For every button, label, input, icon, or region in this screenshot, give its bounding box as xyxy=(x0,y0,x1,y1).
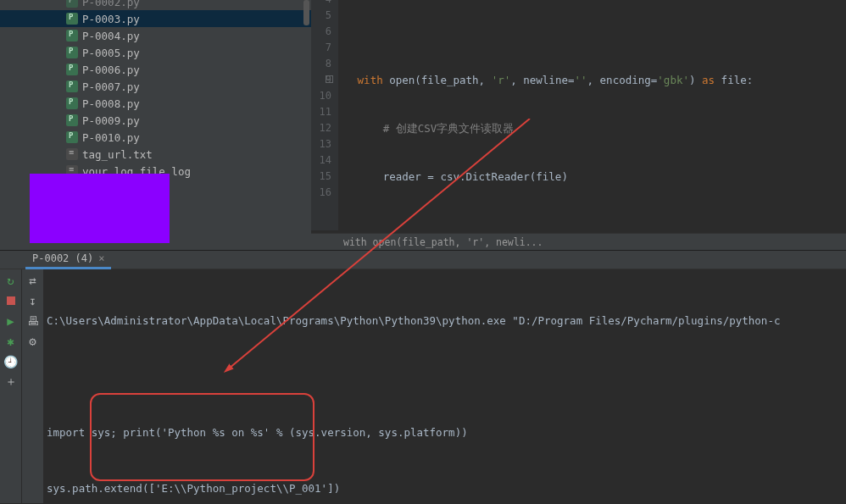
file-label: P-0002.py xyxy=(82,0,140,8)
py-file-icon xyxy=(66,64,78,75)
file-label: P-0003.py xyxy=(82,13,140,25)
line-number: 14 xyxy=(311,152,331,169)
py-file-icon xyxy=(66,0,78,8)
py-file-icon xyxy=(66,30,78,42)
file-item[interactable]: P-0008.py xyxy=(0,95,311,112)
settings-icon[interactable]: ⚙ xyxy=(25,334,41,349)
console-extend: sys.path.extend(['E:\\Python_project\\P_… xyxy=(47,479,843,498)
line-number: 5 xyxy=(311,8,331,24)
breadcrumb[interactable]: with open(file_path, 'r', newli... xyxy=(311,233,846,250)
file-label: P-0009.py xyxy=(82,114,140,127)
txt-file-icon xyxy=(66,148,78,160)
line-number: 16 xyxy=(311,185,331,201)
fold-icon[interactable]: − xyxy=(326,75,333,83)
console-tabs: P-0002 (4) × xyxy=(0,251,846,269)
console-output[interactable]: C:\Users\Administrator\AppData\Local\Pro… xyxy=(43,269,846,503)
stop-icon[interactable] xyxy=(3,293,19,308)
code-area[interactable]: − with open(file_path, 'r', newline='', … xyxy=(338,0,846,250)
add-icon[interactable]: ＋ xyxy=(3,374,19,390)
run-toolbar: ↻ ▶ ✱ 🕘 ＋ xyxy=(0,269,21,503)
file-label: P-0004.py xyxy=(82,30,140,42)
file-item[interactable]: P-0007.py xyxy=(0,78,311,95)
project-sidebar: P-0002.pyP-0003.pyP-0004.pyP-0005.pyP-00… xyxy=(0,0,311,250)
redacted-panel xyxy=(30,174,170,243)
debug-icon[interactable]: ✱ xyxy=(3,334,19,349)
line-number: 13 xyxy=(311,136,331,152)
scrollbar[interactable] xyxy=(303,0,309,25)
py-file-icon xyxy=(66,114,78,126)
close-icon[interactable]: × xyxy=(98,249,104,268)
line-number: 11 xyxy=(311,104,331,120)
kw-with: with xyxy=(358,74,383,86)
file-label: P-0005.py xyxy=(82,47,140,59)
file-item[interactable]: P-0010.py xyxy=(0,129,311,146)
line-number: 12 xyxy=(311,120,331,136)
line-number: 8 xyxy=(311,56,331,72)
rerun-icon[interactable]: ↻ xyxy=(3,273,19,288)
file-item[interactable]: P-0004.py xyxy=(0,27,311,44)
scroll-end-icon[interactable]: ↧ xyxy=(25,293,41,308)
console-tab-label: P-0002 (4) xyxy=(32,249,93,268)
console-import: import sys; print('Python %s on %s' % (s… xyxy=(47,424,843,442)
soft-wrap-icon[interactable]: ⇄ xyxy=(25,273,41,288)
run-icon[interactable]: ▶ xyxy=(3,313,19,329)
code-editor[interactable]: 45678910111213141516 − with open(file_pa… xyxy=(311,0,846,250)
py-file-icon xyxy=(66,47,78,58)
py-file-icon xyxy=(66,80,78,92)
history-icon[interactable]: 🕘 xyxy=(3,354,19,369)
print-icon[interactable]: 🖶 xyxy=(25,313,41,329)
file-label: P-0008.py xyxy=(82,97,140,110)
file-label: P-0006.py xyxy=(82,64,140,76)
file-item[interactable]: P-0002.py xyxy=(0,0,311,10)
line-number: 10 xyxy=(311,88,331,104)
file-item[interactable]: P-0009.py xyxy=(0,112,311,129)
console-toolbar: ⇄ ↧ 🖶 ⚙ xyxy=(22,269,43,503)
line-number: 7 xyxy=(311,40,331,56)
py-file-icon xyxy=(66,97,78,109)
gutter: 45678910111213141516 xyxy=(311,0,338,230)
line-number: 4 xyxy=(311,0,331,8)
file-label: tag_url.txt xyxy=(82,148,153,161)
py-file-icon xyxy=(66,13,78,25)
console-tab[interactable]: P-0002 (4) × xyxy=(25,251,111,269)
file-label: P-0007.py xyxy=(82,80,140,93)
file-item[interactable]: P-0006.py xyxy=(0,61,311,78)
line-number: 15 xyxy=(311,169,331,185)
py-file-icon xyxy=(66,131,78,143)
file-item[interactable]: P-0003.py xyxy=(0,10,311,27)
file-item[interactable]: P-0005.py xyxy=(0,44,311,61)
file-item[interactable]: tag_url.txt xyxy=(0,146,311,163)
line-number: 6 xyxy=(311,24,331,40)
file-label: P-0010.py xyxy=(82,131,140,144)
console-cmd: C:\Users\Administrator\AppData\Local\Pro… xyxy=(47,312,843,330)
